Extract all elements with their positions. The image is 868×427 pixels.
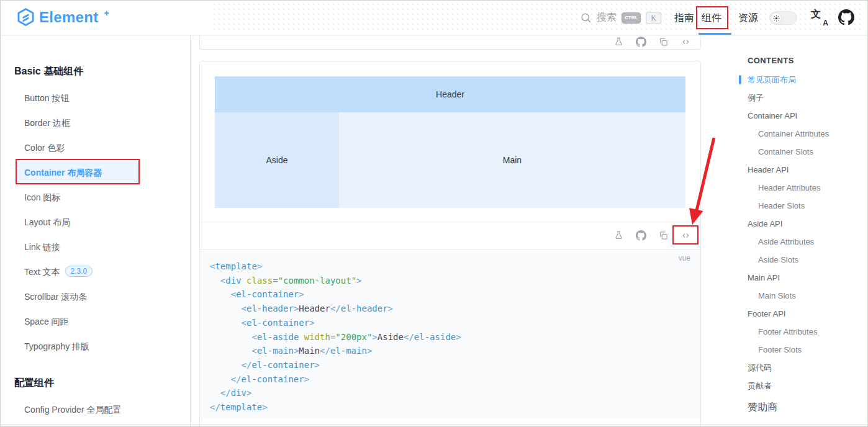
container-demo: Header Aside Main xyxy=(215,76,685,208)
toc-item[interactable]: Container Attributes xyxy=(748,125,867,143)
version-badge: 2.3.0 xyxy=(65,266,93,277)
dot-pattern-decoration xyxy=(212,2,864,33)
code-line: <div class="common-layout"> xyxy=(210,274,700,288)
code-line: <el-aside width="200px">Aside</el-aside> xyxy=(210,330,700,344)
sidebar-item-text[interactable]: Text 文本2.3.0 xyxy=(1,259,190,284)
toc-item[interactable]: Header Slots xyxy=(748,197,867,215)
code-language-label: vue xyxy=(679,254,690,263)
toc-item[interactable]: Container API xyxy=(748,107,867,125)
code-line: <el-main>Main</el-main> xyxy=(210,344,700,358)
toc-item[interactable]: 常见页面布局 xyxy=(748,71,867,89)
sidebar-item-layout[interactable]: Layout 布局 xyxy=(1,210,190,235)
code-line: <el-container> xyxy=(210,287,700,302)
source-code-icon[interactable] xyxy=(680,230,691,241)
theme-toggle-knob xyxy=(771,13,781,23)
copy-icon[interactable] xyxy=(658,230,669,241)
logo-text: Element xyxy=(39,8,98,27)
search-icon xyxy=(580,12,592,24)
toc-item[interactable]: Main API xyxy=(748,269,867,287)
sidebar-item-config[interactable]: Config Provider 全局配置 xyxy=(1,397,190,422)
nav-link-components[interactable]: 组件 xyxy=(702,1,721,35)
sidebar-item-typography[interactable]: Typography 排版 xyxy=(1,334,190,359)
code-block: <template> <div class="common-layout"> <… xyxy=(200,249,700,415)
code-line: <template> xyxy=(210,259,700,274)
sun-icon xyxy=(773,15,780,22)
logo-plus: + xyxy=(104,8,109,18)
demo-el-header: Header xyxy=(215,76,685,112)
toc-item[interactable]: Main Slots xyxy=(748,287,867,305)
toc-item[interactable]: Header API xyxy=(748,161,867,179)
page-toc: CONTENTS 常见页面布局例子Container APIContainer … xyxy=(733,35,867,418)
toc-item[interactable]: 赞助商 xyxy=(748,397,867,418)
code-block-container: vue <template> <div class="common-layout… xyxy=(200,249,700,418)
toc-item[interactable]: Header Attributes xyxy=(748,179,867,197)
kbd-k: K xyxy=(646,12,661,24)
toc-item[interactable]: 例子 xyxy=(748,89,867,107)
toc-item[interactable]: Container Slots xyxy=(748,143,867,161)
toc-item[interactable]: Footer Slots xyxy=(748,341,867,359)
kbd-ctrl: CTRL xyxy=(622,12,641,24)
nav-link-resources[interactable]: 资源 xyxy=(738,1,758,35)
github-icon[interactable] xyxy=(636,230,646,241)
nav-link-guide[interactable]: 指南 xyxy=(674,1,694,35)
playground-icon[interactable] xyxy=(613,37,624,47)
browser-page: Element + 搜索 CTRL K 指南 组件 资源 文 A Basic 基… xyxy=(0,0,868,427)
toc-item[interactable]: Aside Slots xyxy=(748,251,867,269)
toc-title: CONTENTS xyxy=(748,56,867,65)
sidebar-item-icon[interactable]: Icon 图标 xyxy=(1,185,190,210)
code-line: </div> xyxy=(210,386,700,400)
demo-el-main: Main xyxy=(339,112,685,208)
sidebar: Basic 基础组件Button 按钮Border 边框Color 色彩Cont… xyxy=(1,35,191,426)
search-placeholder: 搜索 xyxy=(597,11,617,24)
source-code-icon[interactable] xyxy=(680,37,691,47)
search-button[interactable]: 搜索 CTRL K xyxy=(580,1,661,35)
copy-icon[interactable] xyxy=(658,37,669,47)
github-icon[interactable] xyxy=(636,37,646,47)
example-card: Header Aside Main vue <template> <div cl… xyxy=(199,61,701,427)
sidebar-item-button[interactable]: Button 按钮 xyxy=(1,86,190,110)
code-line: <el-container> xyxy=(210,316,700,330)
toc-item[interactable]: Footer Attributes xyxy=(748,323,867,341)
translate-icon[interactable]: 文 A xyxy=(811,9,828,27)
code-line: </el-container> xyxy=(210,358,700,372)
toc-item[interactable]: Footer API xyxy=(748,305,867,323)
sidebar-item-border[interactable]: Border 边框 xyxy=(1,110,190,135)
active-nav-indicator xyxy=(698,33,731,35)
example-card-partial xyxy=(199,35,701,50)
code-line: </template> xyxy=(210,400,700,415)
sidebar-item-color[interactable]: Color 色彩 xyxy=(1,135,190,160)
sidebar-section-title: 配置组件 xyxy=(14,376,190,390)
page-bottom-border xyxy=(1,425,867,425)
sidebar-item-space[interactable]: Space 间距 xyxy=(1,309,190,334)
toc-item[interactable]: Aside API xyxy=(748,215,867,233)
playground-icon[interactable] xyxy=(613,230,624,241)
demo-el-aside: Aside xyxy=(215,112,339,208)
sidebar-item-container[interactable]: Container 布局容器 xyxy=(16,160,139,185)
top-navbar: Element + 搜索 CTRL K 指南 组件 资源 文 A xyxy=(1,1,867,35)
example-toolbar xyxy=(200,222,700,249)
hexagon-logo-icon xyxy=(17,8,34,26)
toc-item[interactable]: 贡献者 xyxy=(748,377,867,395)
toc-item[interactable]: 源代码 xyxy=(748,359,867,377)
code-line: <el-header>Header</el-header> xyxy=(210,302,700,316)
toc-item[interactable]: Aside Attributes xyxy=(748,233,867,251)
sidebar-item-scrollbar[interactable]: Scrollbar 滚动条 xyxy=(1,284,190,309)
github-icon[interactable] xyxy=(838,9,854,25)
sidebar-item-link[interactable]: Link 链接 xyxy=(1,235,190,259)
element-plus-logo[interactable]: Element + xyxy=(17,8,109,27)
theme-toggle[interactable] xyxy=(769,11,797,25)
code-line: </el-container> xyxy=(210,372,700,387)
sidebar-section-title: Basic 基础组件 xyxy=(14,65,190,78)
